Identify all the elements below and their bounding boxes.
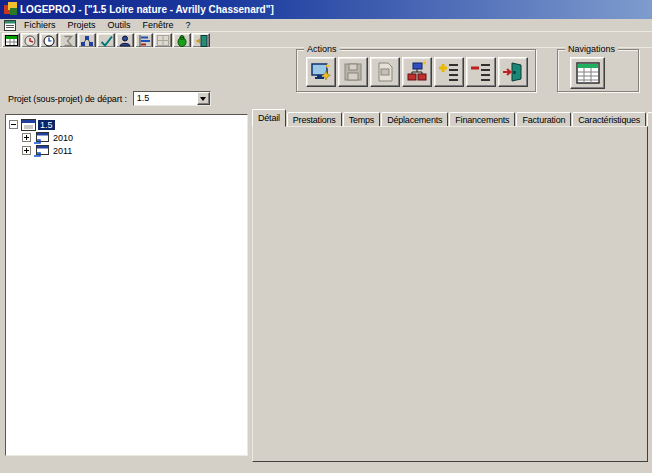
toolbar-button-validate[interactable]: [97, 33, 115, 48]
bug-icon: [176, 35, 188, 47]
title-bar: LOGEPROJ - ["1.5 Loire nature - Avrilly …: [0, 0, 652, 19]
application-window: LOGEPROJ - ["1.5 Loire nature - Avrilly …: [0, 0, 652, 473]
toolbar-button-network[interactable]: [78, 33, 96, 48]
navigations-group: Navigations: [557, 49, 639, 92]
toolbar-button-table[interactable]: [2, 33, 20, 48]
actions-group-label: Actions: [304, 44, 340, 54]
tree-item-root[interactable]: 1.5: [9, 118, 55, 131]
tab-caracteristiques[interactable]: Caractéristiques: [572, 112, 646, 127]
row-add-icon: [438, 61, 460, 83]
menu-fichiers[interactable]: Fichiers: [18, 19, 62, 31]
user-icon: [119, 35, 131, 47]
tree-item-2011[interactable]: 2011: [22, 144, 74, 157]
project-selector-label: Projet (sous-projet) de départ :: [8, 94, 127, 104]
date-stamp-icon: [24, 35, 36, 47]
tree-item-label[interactable]: 2010: [51, 133, 75, 143]
table-view-icon: [576, 62, 600, 84]
project-node-icon: [21, 119, 36, 131]
menu-projets[interactable]: Projets: [62, 19, 102, 31]
toolbar-button-date-stamp[interactable]: [21, 33, 39, 48]
toolbar-button-grid: [154, 33, 172, 48]
mdi-child-icon: [4, 20, 16, 31]
tree-item-label[interactable]: 1.5: [38, 120, 55, 130]
save-icon: [343, 62, 363, 82]
subproject-node-icon: [34, 145, 49, 157]
grid-icon: [157, 35, 169, 46]
navigation-table-button[interactable]: [570, 57, 605, 89]
project-selector-row: Projet (sous-projet) de départ : 1.5: [8, 91, 211, 106]
tab-facturation[interactable]: Facturation: [516, 112, 571, 127]
exit-door-icon: [195, 35, 208, 47]
row-remove-icon: [470, 61, 492, 83]
preview-icon: [375, 62, 395, 82]
tab-deplacements[interactable]: Déplacements: [381, 112, 448, 127]
project-selector-value: 1.5: [134, 92, 197, 105]
toolbar-button-clock[interactable]: [40, 33, 58, 48]
navigations-group-label: Navigations: [565, 44, 618, 54]
detail-tab-panel: [252, 126, 648, 462]
table-icon: [5, 35, 18, 46]
action-add-row-button[interactable]: [434, 57, 464, 87]
action-compute-button[interactable]: [306, 57, 336, 87]
toolbar-button-bug[interactable]: [173, 33, 191, 48]
action-preview-button: [370, 57, 400, 87]
collapse-toggle-icon[interactable]: [9, 120, 18, 129]
menu-fenetre[interactable]: Fenêtre: [137, 19, 180, 31]
tab-temps[interactable]: Temps: [343, 112, 381, 127]
project-selector-dropdown-arrow[interactable]: [197, 92, 210, 105]
toolbar-button-gantt[interactable]: [135, 33, 153, 48]
project-tree: 1.5 2010 2011: [5, 114, 248, 456]
menu-bar: Fichiers Projets Outils Fenêtre ?: [0, 19, 652, 32]
action-add-subproject-button[interactable]: [402, 57, 432, 87]
action-remove-row-button[interactable]: [466, 57, 496, 87]
tab-detail[interactable]: Détail: [252, 109, 286, 127]
action-exit-button[interactable]: [498, 57, 528, 87]
tab-prestations[interactable]: Prestations: [287, 112, 342, 127]
subproject-node-icon: [34, 132, 49, 144]
hierarchy-add-icon: [406, 61, 428, 83]
window-title: LOGEPROJ - ["1.5 Loire nature - Avrilly …: [20, 4, 274, 15]
exit-icon: [502, 61, 524, 83]
expand-toggle-icon[interactable]: [22, 146, 31, 155]
action-save-button: [338, 57, 368, 87]
app-icon: [4, 2, 18, 16]
tree-item-label[interactable]: 2011: [51, 146, 74, 156]
expand-toggle-icon[interactable]: [22, 133, 31, 142]
actions-group: Actions: [296, 49, 536, 92]
toolbar-button-user[interactable]: [116, 33, 134, 48]
sum-icon: [62, 35, 74, 47]
network-icon: [80, 35, 94, 47]
toolbar-button-exit[interactable]: [192, 33, 210, 48]
menu-help[interactable]: ?: [180, 19, 197, 31]
tab-strip: Détail Prestations Temps Déplacements Fi…: [252, 109, 652, 127]
clock-icon: [43, 35, 55, 47]
check-icon: [100, 35, 113, 47]
menu-outils[interactable]: Outils: [102, 19, 137, 31]
tab-etats[interactable]: Etats: [647, 112, 652, 127]
toolbar-button-sum: [59, 33, 77, 48]
project-selector-combobox[interactable]: 1.5: [133, 91, 211, 106]
tab-financements[interactable]: Financements: [449, 112, 515, 127]
tree-item-2010[interactable]: 2010: [22, 131, 75, 144]
compute-icon: [310, 61, 332, 83]
gantt-icon: [138, 35, 151, 47]
